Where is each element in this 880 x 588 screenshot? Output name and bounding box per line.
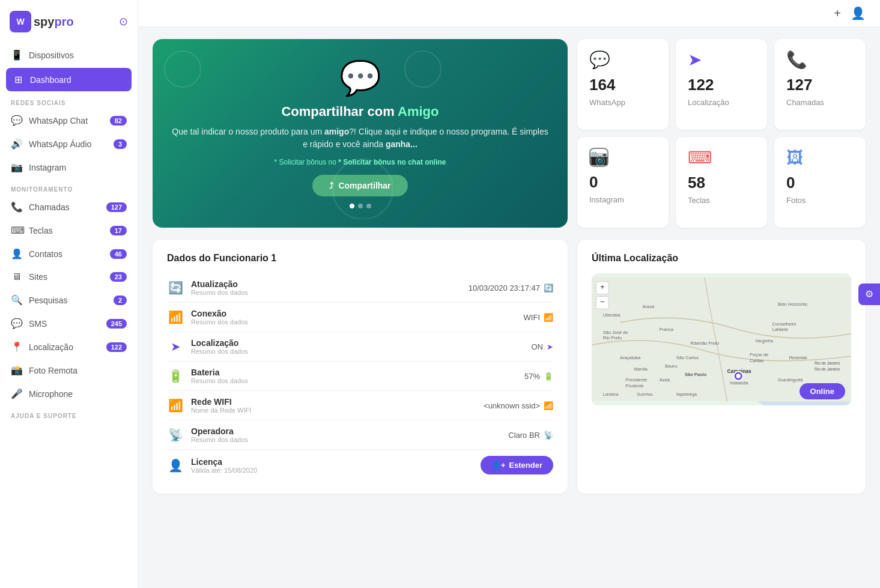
stat-fotos[interactable]: 🖼 0 Fotos [774,137,866,228]
instagram-stat-label: Instagram [589,195,624,204]
sidebar-item-foto-remota[interactable]: 📸 Foto Remota [0,359,138,382]
svg-text:Varginha: Varginha [755,338,773,344]
bateria-value: 57% 🔋 [524,372,553,381]
section-redes-sociais: REDES SOCIAIS [0,92,138,109]
atualizacao-value-icon: 🔄 [544,283,553,292]
target-icon[interactable]: ⊙ [119,15,128,28]
svg-text:Rio de Janeiro: Rio de Janeiro [815,361,840,365]
sidebar-item-chamadas[interactable]: 📞 Chamadas 127 [0,195,138,219]
dot-3[interactable] [366,204,371,208]
svg-point-34 [736,374,741,378]
dot-2[interactable] [358,204,363,208]
chamadas-icon: 📞 [11,201,23,213]
svg-text:Lafaiete: Lafaiete [772,327,789,332]
bateria-icon: 🔋 [167,369,184,383]
svg-text:São Paulo: São Paulo [685,372,707,377]
sidebar-nav: 📱 Dispositivos ⊞ Dashboard REDES SOCIAIS… [0,38,138,426]
microphone-icon: 🎤 [11,388,23,399]
stat-whatsapp[interactable]: 💬 164 WhatsApp [577,39,669,130]
sidebar-item-label: WhatsApp Chat [29,116,88,126]
stat-localizacao[interactable]: ➤ 122 Localização [676,39,767,130]
stat-instagram[interactable]: 📷 0 Instagram [577,137,669,228]
logo: W spypro [10,11,74,32]
chamadas-badge: 127 [106,202,127,212]
sidebar-item-label: Dashboard [30,75,71,85]
sms-icon: 💬 [11,318,23,329]
localizacao-value-icon: ➤ [547,342,553,351]
svg-text:Araxá: Araxá [643,304,655,309]
whatsapp-audio-icon: 🔊 [11,138,23,150]
whatsapp-audio-badge: 3 [114,139,127,149]
svg-text:Rio de Janeiro: Rio de Janeiro [815,367,840,371]
svg-text:Conselheiro: Conselheiro [772,321,797,327]
svg-text:Araçatuba: Araçatuba [620,355,641,360]
teclas-icon: ⌨ [11,225,23,236]
operadora-info: Operadora Resumo dos dados [191,426,501,443]
sidebar-item-label: Sites [29,272,47,282]
user-profile-button[interactable]: 👤 [851,6,866,20]
sites-icon: 🖥 [11,271,23,282]
banner-dots [350,204,371,208]
location-section-title: Última Localização [592,253,851,264]
sidebar-item-microphone[interactable]: 🎤 Microphone [0,382,138,405]
svg-text:São Carlos: São Carlos [676,355,699,360]
sidebar-item-contatos[interactable]: 👤 Contatos 46 [0,242,138,265]
stat-chamadas[interactable]: 📞 127 Chamadas [774,39,866,130]
settings-float-button[interactable]: ⚙ [858,283,880,305]
sidebar-item-instagram[interactable]: 📷 Instagram [0,156,138,179]
data-row-licenca: 👤 Licença Válida até: 15/08/2020 👤+ Este… [167,450,553,480]
conexao-icon: 📶 [167,310,184,324]
svg-text:Franca: Franca [660,327,674,332]
sidebar-item-localizacao[interactable]: 📍 Localização 122 [0,335,138,359]
online-badge: Online [800,383,845,399]
sidebar-item-sms[interactable]: 💬 SMS 245 [0,312,138,335]
localizacao-stat-label: Localização [688,98,729,107]
add-button[interactable]: + [834,7,841,20]
logo-area: W spypro ⊙ [0,0,138,38]
map-container[interactable]: Uberaba Araxá Belo Horizonte São José do… [592,273,851,405]
teclas-stat-icon: ⌨ [688,148,712,168]
stat-teclas[interactable]: ⌨ 58 Teclas [676,137,767,228]
sidebar-item-label: Instagram [29,163,66,172]
fotos-stat-number: 0 [786,174,795,192]
employee-section-title: Dados do Funcionario 1 [167,253,553,264]
location-card: Última Localização Uberab [577,240,866,494]
sidebar-item-dispositivos[interactable]: 📱 Dispositivos [0,43,138,67]
stats-grid: 💬 164 WhatsApp ➤ 122 Localização 📞 127 C… [577,39,866,228]
sidebar: W spypro ⊙ 📱 Dispositivos ⊞ Dashboard RE… [0,0,138,588]
sidebar-item-sites[interactable]: 🖥 Sites 23 [0,265,138,288]
add-person-icon: 👤+ [491,461,506,470]
chamadas-stat-label: Chamadas [786,98,824,107]
instagram-stat-number: 0 [589,173,598,192]
dot-1[interactable] [350,204,354,208]
data-row-conexao: 📶 Conexão Resumo dos dados WIFI 📶 [167,303,553,332]
sidebar-item-teclas[interactable]: ⌨ Teclas 17 [0,219,138,242]
sidebar-item-dashboard[interactable]: ⊞ Dashboard [6,68,132,91]
svg-text:Indaiatuba: Indaiatuba [730,381,748,385]
sidebar-item-label: Chamadas [29,202,70,212]
sidebar-item-whatsapp-chat[interactable]: 💬 WhatsApp Chat 82 [0,109,138,132]
sidebar-item-pesquisas[interactable]: 🔍 Pesquisas 2 [0,288,138,312]
sidebar-item-whatsapp-audio[interactable]: 🔊 WhatsApp Áudio 3 [0,132,138,156]
main-area: + 👤 💬 Compartilhar com Amigo Que tal ind… [138,0,880,588]
sidebar-item-label: Localização [29,342,73,352]
pesquisas-badge: 2 [114,296,127,305]
svg-text:Marília: Marília [634,366,648,372]
localizacao-info: Localização Resumo dos dados [191,338,524,355]
sidebar-item-label: Pesquisas [29,296,68,305]
section-ajuda: AJUDA E SUPORTE [0,405,138,422]
estender-button[interactable]: 👤+ Estender [481,456,553,474]
banner-link[interactable]: * Solicitar bônus no * Solicitar bônus n… [274,158,446,166]
employee-data-card: Dados do Funcionario 1 🔄 Atualização Res… [153,240,568,494]
svg-text:Prudente: Prudente [625,383,643,389]
svg-text:Assis: Assis [660,377,670,383]
rede-wifi-info: Rede WIFI Nome da Rede WIFI [191,397,476,414]
logo-icon: W [10,11,31,32]
section-monitoramento: MONITORAMENTO [0,179,138,195]
compartilhar-button[interactable]: ⤴ Compartilhar [312,175,407,196]
conexao-info: Conexão Resumo dos dados [191,309,517,326]
dispositivos-icon: 📱 [11,49,23,61]
fotos-stat-icon: 🖼 [786,148,803,168]
svg-text:Rio Preto: Rio Preto [603,335,622,341]
banner-whatsapp-icon: 💬 [339,58,381,98]
